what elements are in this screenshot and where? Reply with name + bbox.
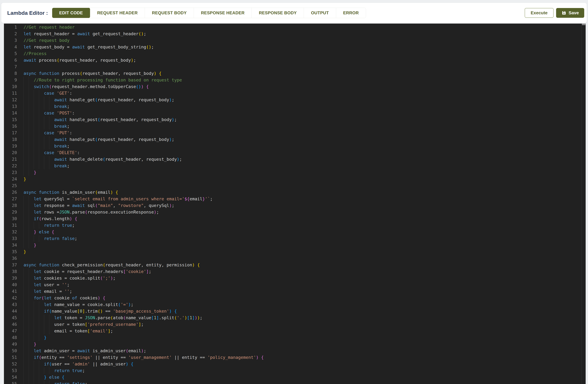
code-text: let request_body = await get_request_bod… <box>23 44 154 50</box>
indent-guide <box>23 156 29 163</box>
code-token: ) <box>185 315 187 320</box>
line-number: 33 <box>4 235 17 242</box>
line-number: 14 <box>4 110 17 116</box>
code-text: email = token['email']; <box>23 328 113 334</box>
tab-output[interactable]: OUTPUT <box>304 8 336 18</box>
code-token: ( <box>95 190 98 195</box>
indent-guide <box>34 328 39 334</box>
tab-edit-code[interactable]: EDIT CODE <box>52 8 90 18</box>
line-number: 2 <box>4 30 17 37</box>
code-text: let token = JSON.parse(atob(name_value[1… <box>23 315 202 321</box>
code-token: entity == <box>42 355 67 360</box>
indent-guide <box>29 202 34 209</box>
execute-button[interactable]: Execute <box>525 8 553 18</box>
indent-guide <box>34 103 39 110</box>
indent-guide <box>23 149 29 156</box>
code-token: token = <box>62 315 85 320</box>
code-token: function <box>39 71 59 76</box>
code-text: } <box>23 334 46 341</box>
code-line: 41let email = ''; <box>4 288 586 295</box>
code-line: 34} <box>4 242 586 248</box>
indent-guide <box>29 281 34 288</box>
code-token: return <box>54 381 70 384</box>
code-text: let name_value = cookie.split('='); <box>23 301 133 308</box>
code-line: 55return false; <box>4 381 586 384</box>
indent-guide <box>29 295 34 301</box>
indent-guide <box>34 130 39 136</box>
line-number: 43 <box>4 301 17 308</box>
indent-guide <box>49 116 54 123</box>
code-token: , <box>113 203 118 208</box>
code-token: function <box>39 262 59 267</box>
code-editor[interactable]: 1//Get request header2let request_header… <box>4 23 586 384</box>
code-token: JSON <box>85 315 95 320</box>
indent-guide <box>39 90 44 96</box>
indent-guide <box>23 374 29 381</box>
indent-guide <box>34 235 39 242</box>
code-token: () <box>146 45 151 49</box>
tab-request-body[interactable]: REQUEST BODY <box>145 8 194 18</box>
code-token: { <box>62 375 64 380</box>
line-number: 49 <box>4 341 17 347</box>
code-token: let <box>34 196 42 201</box>
code-text: let admin_user = await is_admin_user(ema… <box>23 347 146 354</box>
code-token: ( <box>39 355 42 360</box>
code-token: async <box>23 262 36 267</box>
code-token <box>195 262 197 267</box>
code-token: let <box>34 269 42 274</box>
code-text: case 'POST': <box>23 110 75 116</box>
indent-guide <box>39 367 44 374</box>
code-token <box>172 309 174 314</box>
code-token: request_header, request_body <box>82 71 154 76</box>
scrollbar-thumb[interactable] <box>582 23 586 25</box>
save-button[interactable]: Save <box>556 8 584 18</box>
code-text: let user = ''; <box>23 281 70 288</box>
code-token: ( <box>42 295 44 300</box>
indent-guide <box>23 169 29 176</box>
indent-guide <box>23 354 29 361</box>
code-token: await <box>54 157 67 162</box>
code-line: 1//Get request header <box>4 24 586 30</box>
indent-guide <box>49 315 54 321</box>
editor-scrollbar[interactable] <box>582 23 586 384</box>
indent-guide <box>44 116 49 123</box>
tab-response-body[interactable]: RESPONSE BODY <box>252 8 304 18</box>
line-number: 30 <box>4 215 17 222</box>
indent-guide <box>39 315 44 321</box>
indent-guide <box>44 328 49 334</box>
indent-guide <box>34 315 39 321</box>
line-number: 36 <box>4 255 17 262</box>
code-line: 36 <box>4 255 586 262</box>
code-token <box>259 355 261 360</box>
code-token: name_value <box>52 309 77 314</box>
tab-request-header[interactable]: REQUEST HEADER <box>90 8 145 18</box>
line-number: 48 <box>4 334 17 341</box>
code-token: "main" <box>98 203 113 208</box>
code-token: case <box>44 111 54 115</box>
code-token: get_request_body_string <box>85 45 146 49</box>
code-token: request_header, request_body <box>100 117 172 122</box>
code-line: 22break; <box>4 163 586 169</box>
code-token: function <box>39 190 59 195</box>
tab-response-header[interactable]: RESPONSE HEADER <box>194 8 252 18</box>
tab-error[interactable]: ERROR <box>336 8 366 18</box>
code-token: ; <box>67 124 69 129</box>
code-line: 45let token = JSON.parse(atob(name_value… <box>4 315 586 321</box>
code-token: ; <box>151 45 154 49</box>
code-token: await <box>54 117 67 122</box>
indent-guide <box>23 90 29 96</box>
code-token: handle_delete <box>67 157 103 162</box>
code-text: //Get request body <box>23 37 70 44</box>
code-token: ( <box>100 276 103 281</box>
indent-guide <box>23 196 29 202</box>
code-token: process <box>59 71 80 76</box>
code-token <box>36 262 39 267</box>
indent-guide <box>34 136 39 143</box>
code-line: 26async function is_admin_user(email) { <box>4 189 586 196</box>
code-text: let email = ''; <box>23 288 72 295</box>
code-token: let <box>34 282 42 287</box>
line-number: 3 <box>4 37 17 44</box>
code-token <box>70 381 72 384</box>
code-text: break; <box>23 163 70 169</box>
indent-guide <box>34 149 39 156</box>
